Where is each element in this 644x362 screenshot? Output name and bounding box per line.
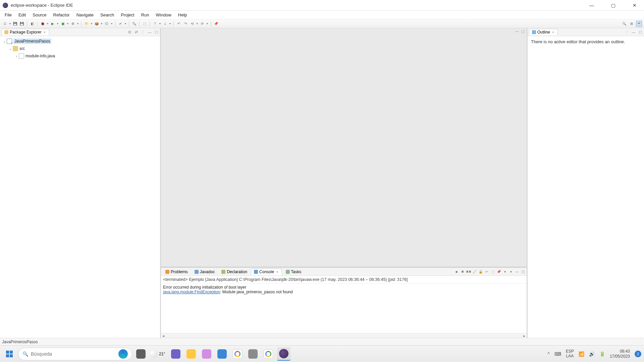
new-dropdown[interactable]: ▾ — [9, 22, 11, 25]
last-edit-button[interactable]: ⟲ — [189, 21, 195, 27]
notification-badge[interactable]: 2 — [635, 351, 641, 357]
maximize-view-icon[interactable]: ▢ — [154, 30, 159, 35]
new-package-button[interactable]: 📦 — [94, 21, 100, 27]
menu-run[interactable]: Run — [138, 11, 153, 19]
external-tools-dropdown[interactable]: ▾ — [76, 22, 79, 25]
language-indicator[interactable]: ESP LAA — [566, 349, 574, 358]
menu-file[interactable]: File — [1, 11, 15, 19]
minimize-button[interactable]: — — [585, 0, 598, 11]
tab-problems[interactable]: Problems — [162, 268, 191, 275]
tab-javadoc[interactable]: Javadoc — [192, 268, 218, 275]
start-button[interactable] — [3, 347, 16, 361]
console-horizontal-scrollbar[interactable]: ◂ ▸ — [161, 333, 527, 338]
weather-widget[interactable]: 21° — [150, 350, 165, 358]
exception-link[interactable]: java.lang.module.FindException — [163, 290, 220, 294]
menu-edit[interactable]: Edit — [15, 11, 29, 19]
scroll-right-icon[interactable]: ▸ — [523, 334, 525, 338]
debug-button[interactable]: 🐞 — [40, 21, 46, 27]
package-explorer-tab[interactable]: Package Explorer × — [1, 29, 49, 35]
editor-area[interactable]: — ▢ — [161, 28, 527, 267]
pin-console-icon[interactable]: 📌 — [496, 269, 501, 274]
chevron-down-icon[interactable]: ⌄ — [2, 40, 7, 43]
tree-module-info[interactable]: › module-info.java — [0, 52, 160, 60]
wifi-icon[interactable]: 📶 — [579, 351, 584, 357]
next-annotation-button[interactable]: ⇣ — [162, 21, 168, 27]
tray-keyboard-icon[interactable]: ⌨ — [554, 351, 561, 357]
chevron-right-icon[interactable]: › — [14, 54, 19, 58]
close-package-explorer-icon[interactable]: × — [43, 30, 46, 34]
external-tools-button[interactable]: ⚙ — [70, 21, 76, 27]
maximize-button[interactable]: ▢ — [606, 0, 620, 11]
java-perspective-button[interactable]: ☕ — [636, 21, 642, 27]
search-toolbar-button[interactable]: 🔍 — [131, 21, 137, 27]
taskbar-app-chrome-2[interactable] — [262, 347, 275, 361]
open-task-button[interactable]: ✔ — [117, 21, 123, 27]
next-edit-button[interactable]: ⟳ — [199, 21, 205, 27]
minimize-outline-icon[interactable]: — — [631, 30, 636, 35]
menu-search[interactable]: Search — [97, 11, 117, 19]
quick-access-icon[interactable]: 🔍 — [621, 21, 627, 27]
clear-console-icon[interactable]: 🧹 — [472, 269, 477, 274]
taskbar-app-store[interactable] — [215, 347, 229, 361]
minimize-editor-icon[interactable]: — — [515, 29, 519, 34]
back-history-button[interactable]: ↶ — [176, 21, 182, 27]
save-button[interactable]: 💾 — [12, 21, 18, 27]
tab-declaration[interactable]: Declaration — [218, 268, 250, 275]
taskbar-app-eclipse[interactable] — [277, 347, 290, 361]
new-button[interactable]: 🗋 — [2, 21, 8, 27]
collapse-all-icon[interactable]: ⊟ — [127, 30, 132, 35]
new-java-project-button[interactable]: 📁 — [84, 21, 90, 27]
terminate-icon[interactable]: ■ — [454, 269, 459, 274]
minimize-view-icon[interactable]: — — [147, 30, 152, 35]
search-input[interactable] — [31, 351, 116, 357]
debug-dropdown[interactable]: ▾ — [46, 22, 49, 25]
coverage-dropdown[interactable]: ▾ — [66, 22, 69, 25]
tab-tasks[interactable]: Tasks — [283, 268, 305, 275]
close-console-icon[interactable]: × — [275, 270, 279, 274]
close-outline-icon[interactable]: × — [551, 30, 555, 34]
word-wrap-icon[interactable]: ↩ — [484, 269, 489, 274]
menu-refactor[interactable]: Refactor — [50, 11, 73, 19]
taskbar-app-chrome[interactable] — [231, 347, 244, 361]
run-dropdown[interactable]: ▾ — [56, 22, 59, 25]
show-console-icon[interactable]: ⬚ — [490, 269, 495, 274]
taskbar-search[interactable]: 🔍 — [18, 348, 132, 360]
link-editor-icon[interactable]: ⇄ — [134, 30, 139, 35]
pin-editor-button[interactable]: 📌 — [213, 21, 219, 27]
menu-window[interactable]: Window — [153, 11, 175, 19]
open-console-icon[interactable]: ▾ — [508, 269, 513, 274]
taskbar-app-copilot[interactable] — [200, 347, 213, 361]
package-explorer-tree[interactable]: ⌄ JavaPrimerosPasos ⌄ src › module-info.… — [0, 36, 160, 338]
toggle-breadcrumb-button[interactable]: ⬚ — [142, 21, 148, 27]
tab-console[interactable]: Console× — [251, 268, 282, 275]
maximize-bottom-icon[interactable]: ▢ — [521, 269, 525, 274]
tree-project[interactable]: ⌄ JavaPrimerosPasos — [0, 38, 160, 45]
close-button[interactable]: ✕ — [628, 0, 641, 11]
battery-icon[interactable]: 🔋 — [599, 351, 605, 357]
tray-chevron-icon[interactable]: ^ — [547, 351, 550, 357]
volume-icon[interactable]: 🔊 — [589, 351, 595, 357]
remove-all-launches-icon[interactable]: ✖✖ — [466, 269, 471, 274]
minimize-bottom-icon[interactable]: — — [515, 269, 519, 274]
view-menu-icon[interactable]: ⋮ — [141, 30, 145, 35]
display-selected-console-icon[interactable]: ▾ — [502, 269, 507, 274]
save-all-button[interactable]: 💾 — [19, 21, 25, 27]
maximize-editor-icon[interactable]: ▢ — [521, 29, 525, 34]
coverage-button[interactable]: ▣ — [60, 21, 66, 27]
menu-source[interactable]: Source — [29, 11, 50, 19]
console-output[interactable]: Error occurred during initialization of … — [161, 284, 527, 333]
taskbar-app-teams[interactable] — [169, 347, 182, 361]
previous-annotation-button[interactable]: ⇡ — [152, 21, 158, 27]
taskbar-app-settings[interactable] — [246, 347, 260, 361]
scroll-left-icon[interactable]: ◂ — [162, 334, 164, 338]
menu-project[interactable]: Project — [117, 11, 138, 19]
tree-src-folder[interactable]: ⌄ src — [0, 45, 160, 52]
task-view-button[interactable] — [134, 347, 148, 361]
forward-history-button[interactable]: ↷ — [182, 21, 189, 27]
run-button[interactable]: ▶ — [50, 21, 56, 27]
scroll-lock-icon[interactable]: 🔒 — [478, 269, 483, 274]
new-class-button[interactable]: Ⓒ — [104, 21, 110, 27]
menu-help[interactable]: Help — [175, 11, 191, 19]
system-clock[interactable]: 06:43 17/05/2023 — [610, 349, 630, 359]
maximize-outline-icon[interactable]: ▢ — [638, 30, 643, 35]
